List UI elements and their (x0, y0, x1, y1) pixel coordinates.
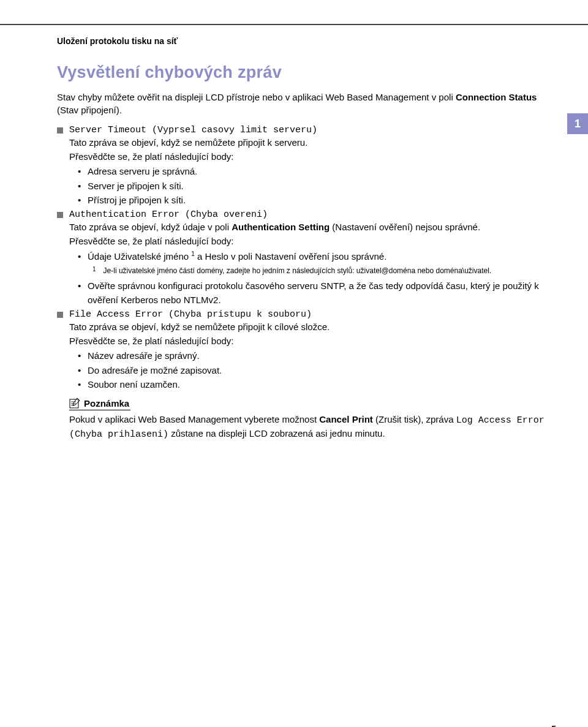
error1-bullets: Adresa serveru je správná. Server je při… (80, 164, 549, 207)
error3-bullets: Název adresáře je správný. Do adresáře j… (80, 348, 549, 391)
error2-desc-post: (Nastavení ověření) nejsou správné. (330, 222, 480, 232)
error-block-server-timeout: Server Timeout (Vyprsel casovy limit ser… (57, 125, 549, 135)
list-item: Do adresáře je možné zapisovat. (80, 363, 549, 377)
error-code: File Access Error (Chyba pristupu k soub… (69, 309, 312, 320)
note-block: Poznámka Pokud v aplikaci Web Based Mana… (69, 397, 549, 441)
error2-desc-bold: Authentication Setting (232, 222, 330, 232)
document-page: 1 Uložení protokolu tisku na síť Vysvětl… (0, 24, 588, 727)
note-body-post: zůstane na displeji LCD zobrazená asi je… (168, 428, 385, 439)
intro-bold: Connection Status (456, 92, 537, 102)
intro-paragraph: Stav chyby můžete ověřit na displeji LCD… (57, 91, 549, 116)
list-item: Ověřte správnou konfiguraci protokolu ča… (80, 279, 549, 307)
error2-desc: Tato zpráva se objeví, když údaje v poli… (69, 221, 549, 234)
square-bullet-icon (57, 212, 63, 218)
list-item: Adresa serveru je správná. (80, 164, 549, 178)
note-body: Pokud v aplikaci Web Based Management vy… (69, 413, 549, 441)
error-block-file-access: File Access Error (Chyba pristupu k soub… (57, 309, 549, 320)
list-item: Soubor není uzamčen. (80, 377, 549, 391)
error2-check: Přesvědčte se, že platí následující body… (69, 235, 549, 248)
error3-check: Přesvědčte se, že platí následující body… (69, 335, 549, 348)
error1-check: Přesvědčte se, že platí následující body… (69, 151, 549, 164)
section-header: Uložení protokolu tisku na síť (57, 36, 549, 46)
list-item: Údaje Uživatelské jméno 1 a Heslo v poli… (80, 249, 549, 263)
square-bullet-icon (57, 127, 63, 134)
note-body-pre: Pokud v aplikaci Web Based Management vy… (69, 414, 319, 424)
footnote-number: 1 (92, 266, 96, 276)
error-code: Server Timeout (Vyprsel casovy limit ser… (69, 125, 317, 135)
list-item: Přístroj je připojen k síti. (80, 193, 549, 207)
footnote: 1 Je-li uživatelské jméno částí domény, … (92, 266, 549, 276)
note-body-mid: (Zrušit tisk), zpráva (373, 414, 456, 424)
footnote-text: Je-li uživatelské jméno částí domény, za… (104, 266, 492, 276)
error-code: Authentication Error (Chyba overeni) (69, 209, 268, 220)
error1-desc: Tato zpráva se objeví, když se nemůžete … (69, 137, 549, 149)
error2-bullet1-post: a Heslo v poli Nastavení ověření jsou sp… (195, 251, 387, 262)
intro-pre: Stav chyby můžete ověřit na displeji LCD… (57, 92, 456, 102)
pencil-note-icon (69, 397, 80, 409)
content-area: Uložení protokolu tisku na síť Vysvětlen… (0, 25, 588, 441)
page-title: Vysvětlení chybových zpráv (57, 63, 549, 82)
note-header: Poznámka (69, 397, 130, 410)
square-bullet-icon (57, 312, 63, 318)
error-block-authentication: Authentication Error (Chyba overeni) (57, 209, 549, 220)
note-label: Poznámka (84, 398, 129, 409)
chapter-badge: 1 (567, 113, 588, 134)
error2-bullet1-pre: Údaje Uživatelské jméno (88, 251, 191, 262)
error2-desc-pre: Tato zpráva se objeví, když údaje v poli (69, 222, 232, 232)
list-item: Server je připojen k síti. (80, 179, 549, 193)
list-item: Název adresáře je správný. (80, 348, 549, 363)
error2-bullets: Údaje Uživatelské jméno 1 a Heslo v poli… (80, 249, 549, 263)
error2-bullets-2: Ověřte správnou konfiguraci protokolu ča… (80, 279, 549, 307)
error3-desc: Tato zpráva se objeví, když se nemůžete … (69, 321, 549, 334)
note-body-bold: Cancel Print (319, 414, 373, 424)
intro-post: (Stav připojení). (57, 105, 122, 115)
page-number: 5 (551, 724, 556, 727)
